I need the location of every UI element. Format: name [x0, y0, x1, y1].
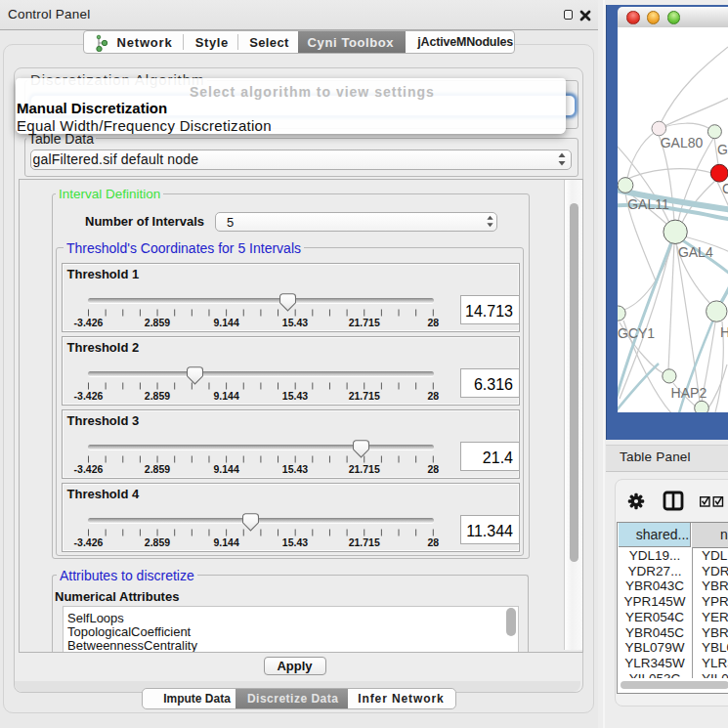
- svg-text:C: C: [722, 180, 728, 195]
- svg-text:HAP2: HAP2: [671, 384, 707, 400]
- svg-text:GAL4: GAL4: [678, 243, 713, 259]
- svg-text:GA: GA: [717, 142, 728, 157]
- svg-text:GCY1: GCY1: [618, 325, 655, 341]
- svg-text:GAL11: GAL11: [627, 195, 669, 211]
- svg-text:H: H: [720, 324, 728, 340]
- svg-text:GAL80: GAL80: [661, 134, 704, 150]
